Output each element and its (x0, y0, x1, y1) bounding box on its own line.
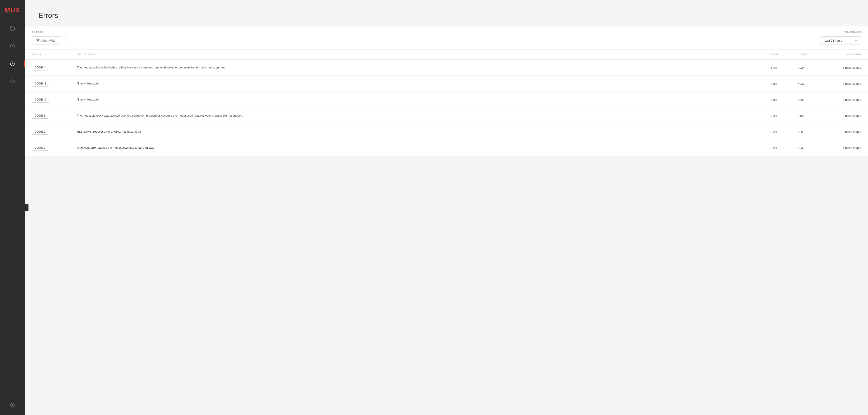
code-badge: CODE 4 (32, 65, 49, 70)
header-last-seen: LAST SEEN (825, 53, 861, 56)
count-cell: 1161 (798, 114, 825, 118)
header-description: DESCRIPTION (77, 53, 771, 56)
table-row[interactable]: CODE 3 The media playback was aborted du… (25, 108, 868, 124)
table-row[interactable]: CODE 2 HLS playlist request error at URL… (25, 124, 868, 140)
error-code-cell: CODE -2 (32, 97, 77, 102)
code-badge: CODE -1 (32, 81, 49, 87)
filters-right: TIMEFRAME Last 24 hours (820, 31, 861, 45)
filters-left: FILTERS Add a Filter (32, 31, 61, 45)
table-row[interactable]: CODE -1 [Blank Message] 0.8% 4237 3 minu… (25, 76, 868, 92)
sidebar-item-settings[interactable] (10, 400, 15, 411)
last-seen-cell: 3 minutes ago (825, 82, 861, 86)
svg-marker-6 (37, 39, 39, 42)
last-seen-cell: 3 minutes ago (825, 66, 861, 69)
folder-icon (10, 26, 15, 31)
count-cell: 793 (798, 146, 825, 150)
rate-cell: 0.2% (771, 114, 798, 118)
timeframe-label: TIMEFRAME (844, 31, 861, 34)
count-cell: 929 (798, 130, 825, 133)
code-badge: CODE 2 (32, 145, 49, 151)
description-cell: The media playback was aborted due to a … (77, 114, 771, 118)
header-error: ERROR (32, 53, 77, 56)
table-row[interactable]: CODE -2 [Blank Message] 0.8% 3903 3 minu… (25, 92, 868, 108)
sidebar: MUX (0, 0, 25, 415)
sidebar-item-folder[interactable] (0, 23, 25, 34)
rate-cell: 0.8% (771, 98, 798, 101)
error-code-cell: CODE 4 (32, 65, 77, 70)
rate-cell: 1.4% (771, 66, 798, 69)
timeframe-select[interactable]: Last 24 hours (820, 36, 861, 45)
error-code-cell: CODE 2 (32, 129, 77, 135)
sidebar-item-errors[interactable] (0, 58, 25, 69)
description-cell: The media could not be loaded, either be… (77, 65, 771, 70)
last-seen-cell: 3 minutes ago (825, 130, 861, 133)
sidebar-item-clock[interactable] (0, 41, 25, 52)
chevron-down-icon (855, 39, 857, 42)
rate-cell: 0.2% (771, 146, 798, 150)
table-header: ERROR DESCRIPTION RATE COUNT LAST SEEN (25, 50, 868, 60)
filter-icon (36, 39, 39, 42)
description-cell: HLS playlist request error at URL: manif… (77, 129, 771, 134)
svg-point-5 (12, 404, 13, 406)
header-count: COUNT (798, 53, 825, 56)
header-rate: RATE (771, 53, 798, 56)
logo: MUX (5, 7, 20, 14)
sidebar-item-monitor[interactable] (0, 76, 25, 87)
last-seen-cell: 3 minutes ago (825, 98, 861, 101)
description-cell: [Blank Message] (77, 97, 771, 102)
sidebar-nav (0, 23, 25, 87)
table-row[interactable]: CODE 2 A network error caused the media … (25, 140, 868, 156)
clock-icon (10, 43, 15, 49)
count-cell: 7024 (798, 66, 825, 69)
error-code-cell: CODE -1 (32, 81, 77, 87)
last-seen-cell: 3 minutes ago (825, 114, 861, 118)
alert-circle-icon (10, 61, 15, 66)
table-row[interactable]: CODE 4 The media could not be loaded, ei… (25, 60, 868, 76)
error-code-cell: CODE 3 (32, 113, 77, 119)
description-cell: [Blank Message] (77, 81, 771, 86)
filters-bar: FILTERS Add a Filter TIMEFRAME Last 24 h… (25, 26, 868, 50)
rate-cell: 0.8% (771, 82, 798, 86)
count-cell: 3903 (798, 98, 825, 101)
errors-table: ERROR DESCRIPTION RATE COUNT LAST SEEN C… (25, 50, 868, 156)
last-seen-cell: 4 minutes ago (825, 146, 861, 150)
code-badge: CODE -2 (32, 97, 49, 102)
code-badge: CODE 2 (32, 129, 49, 135)
code-badge: CODE 3 (32, 113, 49, 119)
error-code-cell: CODE 2 (32, 145, 77, 151)
rate-cell: 0.2% (771, 130, 798, 133)
eye-icon (10, 78, 15, 84)
count-cell: 4237 (798, 82, 825, 86)
sidebar-collapse-button[interactable] (25, 204, 29, 211)
main-content: Errors FILTERS Add a Filter TIMEFRAME La… (25, 0, 868, 415)
description-cell: A network error caused the media downloa… (77, 146, 771, 150)
svg-point-4 (12, 81, 13, 82)
table-body: CODE 4 The media could not be loaded, ei… (25, 60, 868, 156)
filters-label: FILTERS (32, 31, 61, 34)
sidebar-bottom (10, 400, 15, 411)
settings-icon (10, 402, 15, 408)
add-filter-button[interactable]: Add a Filter (32, 36, 61, 45)
page-title: Errors (38, 11, 855, 20)
